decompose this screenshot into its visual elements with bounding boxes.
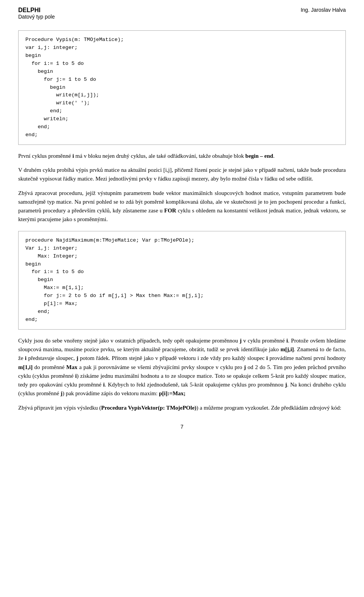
page-number: 7 <box>180 424 184 430</box>
code-block-2: procedure NajdiMaximum(m:TMojeMatice; Va… <box>18 231 346 330</box>
paragraph-4: Cykly jsou do sebe vnořeny stejně jako v… <box>18 336 346 398</box>
header-left: DELPHI Datový typ pole <box>18 7 55 20</box>
page: DELPHI Datový typ pole Ing. Jaroslav Hal… <box>0 0 364 597</box>
code-block-1: Procedure Vypis(m: TMOjeMatice); var i,j… <box>18 30 346 145</box>
paragraph-1: První cyklus proměnné i má v bloku nejen… <box>18 152 346 160</box>
header-author: Ing. Jaroslav Halva <box>301 7 346 13</box>
paragraph-3: Zbývá zpracovat proceduru, jejíž výstupn… <box>18 189 346 224</box>
paragraph-2: V druhém cyklu probíhá výpis prvků matic… <box>18 166 346 184</box>
paragraph-5: Zbývá připravit jen výpis výsledku (Proc… <box>18 404 346 412</box>
header-title: DELPHI <box>18 7 55 14</box>
page-header: DELPHI Datový typ pole Ing. Jaroslav Hal… <box>18 7 346 20</box>
header-subtitle: Datový typ pole <box>18 14 55 20</box>
page-footer: 7 <box>18 424 346 430</box>
